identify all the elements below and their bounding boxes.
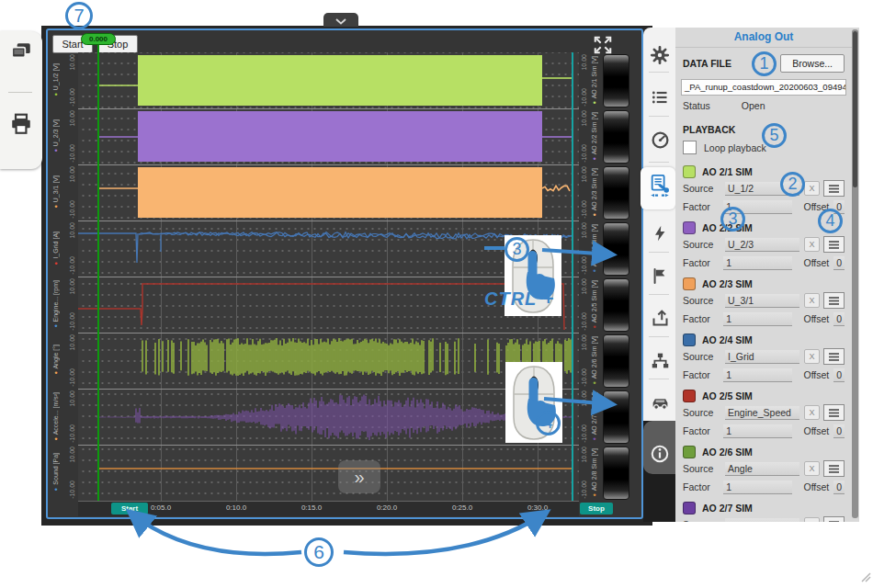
chevron-down-icon (335, 12, 346, 28)
source-menu-button[interactable] (823, 180, 845, 197)
level-meter (603, 222, 629, 276)
source-label: Source (683, 519, 725, 522)
factor-field[interactable]: 1 (723, 256, 792, 270)
source-label: Source (683, 407, 725, 418)
factor-label: Factor (683, 425, 723, 436)
source-menu-button[interactable] (823, 292, 845, 309)
ao-channel-group: AO 2/5 SIM Source Engine_Speed X Factor … (683, 388, 845, 440)
callout-3: 3 (720, 207, 745, 232)
channel-list-icon[interactable] (649, 86, 671, 108)
analog-out-icon[interactable] (649, 175, 671, 197)
callout-5: 5 (762, 123, 787, 148)
channel-trace (78, 108, 579, 164)
level-meter (603, 54, 629, 107)
settings-gear-icon[interactable] (649, 44, 671, 66)
ao-channel-group: AO 2/7 SIM Source X Factor Offset (683, 500, 845, 522)
resize-grip[interactable] (860, 570, 871, 586)
ao-channel-label: 10.00 -10.00 ● AO 2/2 Sim [V] (579, 108, 601, 164)
printer-icon[interactable] (7, 110, 35, 138)
callout-2: 2 (780, 172, 805, 197)
factor-field[interactable]: 1 (723, 481, 792, 494)
factor-field[interactable]: 1 (723, 312, 792, 326)
source-menu-button[interactable] (823, 460, 845, 477)
source-field[interactable] (725, 518, 799, 523)
offset-field[interactable]: 0 (833, 312, 845, 326)
clear-source-button[interactable]: X (804, 293, 820, 308)
factor-field[interactable]: 1 (723, 368, 792, 382)
ao-channel-name: AO 2/5 SIM (702, 390, 753, 401)
factor-field[interactable]: 1 (723, 424, 792, 438)
power-lightning-icon[interactable] (649, 222, 671, 244)
ao-channel-label: 10.00 -10.00 ● AO 2/4 Sim [V] (579, 220, 601, 277)
panel-title: Analog Out (675, 28, 852, 48)
source-field[interactable]: U_3/1 (725, 294, 799, 308)
channel-label: ● U_1/2 [V] 10.00 -10.00 (48, 52, 78, 108)
ao-channel-label: 10.00 -10.00 ● AO 2/6 Sim [V] (579, 333, 601, 389)
time-axis: 0:05.00:10.00:15.00:20.00:25.00:30.0Star… (78, 501, 579, 516)
channel-color-swatch (683, 221, 696, 234)
panel-scrollbar[interactable] (852, 29, 858, 518)
stop-marker[interactable]: Stop (580, 503, 613, 514)
ao-channel-group: AO 2/6 SIM Source Angle X Factor 1 Offse… (683, 444, 845, 496)
collapse-top-tab[interactable] (323, 13, 358, 27)
flag-icon[interactable] (649, 265, 671, 287)
clear-source-button[interactable]: X (804, 517, 820, 522)
source-menu-button[interactable] (823, 516, 845, 522)
time-tick: 0:15.0 (301, 503, 322, 512)
playback-position-cursor[interactable] (97, 36, 99, 501)
source-field[interactable]: I_Grid (725, 350, 799, 364)
channel-label: ● Angle [°] 10.00 -10.00 (48, 333, 78, 389)
callout-1: 1 (752, 51, 777, 76)
loop-playback-checkbox[interactable] (683, 141, 697, 154)
clear-source-button[interactable]: X (804, 237, 820, 252)
level-meter (603, 278, 629, 332)
channel-label: ● U_3/1 [V] 10.00 -10.00 (48, 164, 78, 220)
source-field[interactable]: Angle (725, 462, 799, 476)
measure-gauge-icon[interactable] (649, 129, 671, 151)
channel-color-swatch (683, 165, 696, 178)
stop-position-cursor[interactable] (572, 52, 573, 501)
info-icon[interactable] (649, 443, 671, 465)
clear-source-button[interactable]: X (804, 181, 820, 196)
offset-label: Offset (803, 257, 833, 268)
ao-channel-name: AO 2/1 SIM (702, 166, 753, 177)
fast-forward-button[interactable]: » (338, 460, 380, 493)
source-menu-button[interactable] (823, 236, 845, 253)
start-marker[interactable]: Start (111, 503, 148, 514)
export-icon[interactable] (649, 307, 671, 329)
clear-source-button[interactable]: X (804, 461, 820, 476)
factor-label: Factor (683, 313, 723, 324)
ao-channel-group: AO 2/3 SIM Source U_3/1 X Factor 1 Offse… (683, 276, 845, 328)
data-file-name-field[interactable]: _PA_runup_coastdown_20200603_094944_1.dm… (681, 79, 846, 96)
channel-label: ● Sound [Pa] 10.00 -10.00 (48, 445, 78, 501)
offset-field[interactable]: 0 (833, 481, 845, 494)
offset-label: Offset (803, 425, 833, 436)
position-readout: 0.000 (81, 33, 116, 45)
source-label: Source (683, 351, 725, 362)
clear-source-button[interactable]: X (804, 405, 820, 420)
factor-label: Factor (683, 481, 723, 492)
screen: Start Stop ● U_1/2 [V] 10.00 -10.00 ● U_… (0, 0, 873, 588)
ao-channel-name: AO 2/7 SIM (702, 503, 753, 514)
source-field[interactable]: U_2/3 (725, 238, 799, 252)
source-menu-button[interactable] (823, 348, 845, 365)
offset-field[interactable]: 0 (833, 368, 845, 382)
channel-trace (78, 52, 579, 108)
source-menu-button[interactable] (823, 404, 845, 421)
dock-divider (8, 92, 32, 93)
loop-playback-label: Loop playback (704, 142, 766, 153)
channel-label: ● U_2/3 [V] 10.00 -10.00 (48, 108, 78, 164)
clear-source-button[interactable]: X (804, 349, 820, 364)
network-icon[interactable] (649, 349, 671, 371)
callout-4: 4 (536, 411, 561, 435)
offset-field[interactable]: 0 (833, 424, 845, 438)
factor-label: Factor (683, 369, 723, 380)
channel-color-swatch (683, 277, 696, 290)
displays-icon[interactable] (7, 39, 35, 66)
source-field[interactable]: Engine_Speed (725, 406, 799, 420)
offset-field[interactable]: 0 (833, 256, 845, 270)
vehicle-icon[interactable] (649, 391, 671, 413)
level-meter (603, 447, 629, 500)
browse-button[interactable]: Browse... (780, 54, 845, 73)
offset-label: Offset (803, 369, 833, 380)
